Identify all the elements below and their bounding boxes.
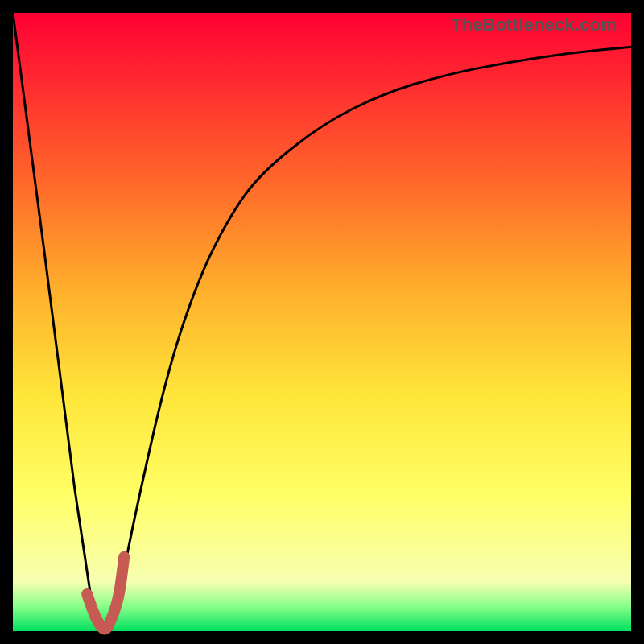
- bottleneck-curve-left: [13, 13, 105, 631]
- highlight-hook: [87, 557, 124, 630]
- bottleneck-curve-right: [105, 47, 631, 631]
- curves-layer: [13, 13, 631, 631]
- plot-area: TheBottleneck.com: [13, 13, 631, 631]
- chart-frame: TheBottleneck.com: [0, 0, 644, 644]
